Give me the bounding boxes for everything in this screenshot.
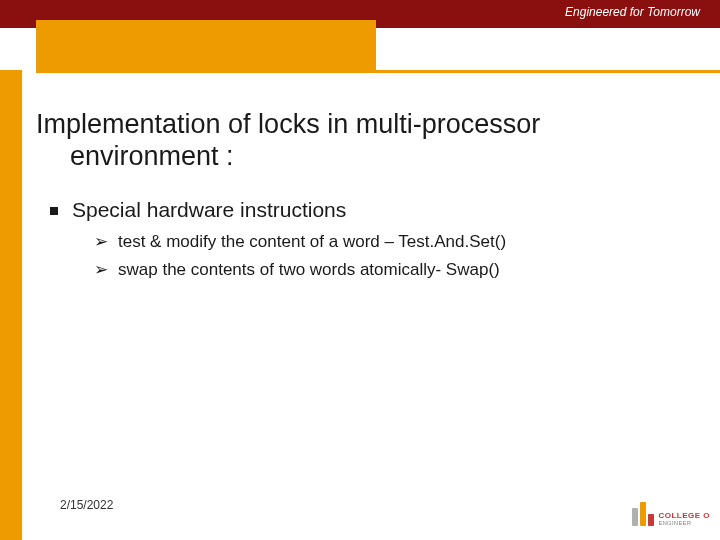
logo-mark-icon: [632, 502, 654, 526]
footer-logo: COLLEGE O ENGINEER: [632, 502, 710, 526]
footer-date: 2/15/2022: [60, 498, 113, 512]
accent-left-stripe: [0, 70, 22, 540]
sub-bullet-item: ➢ swap the contents of two words atomica…: [94, 258, 684, 282]
slide-body: Special hardware instructions ➢ test & m…: [50, 198, 684, 286]
arrow-bullet-icon: ➢: [94, 230, 108, 254]
square-bullet-icon: [50, 207, 58, 215]
sub-bullet-text: swap the contents of two words atomicall…: [118, 258, 500, 282]
accent-underline: [36, 70, 720, 73]
title-line-1: Implementation of locks in multi-process…: [36, 109, 540, 139]
logo-text-line-2: ENGINEER: [658, 520, 710, 526]
logo-text-line-1: COLLEGE O: [658, 512, 710, 520]
slide-title: Implementation of locks in multi-process…: [36, 108, 684, 173]
arrow-bullet-icon: ➢: [94, 258, 108, 282]
sub-bullet-list: ➢ test & modify the content of a word – …: [94, 230, 684, 282]
accent-block: [36, 20, 376, 70]
sub-bullet-item: ➢ test & modify the content of a word – …: [94, 230, 684, 254]
bullet-item: Special hardware instructions: [50, 198, 684, 222]
logo-text: COLLEGE O ENGINEER: [658, 512, 710, 526]
bullet-text: Special hardware instructions: [72, 198, 346, 222]
sub-bullet-text: test & modify the content of a word – Te…: [118, 230, 506, 254]
title-line-2: environment :: [36, 140, 684, 172]
header-tagline: Engineered for Tomorrow: [565, 5, 700, 19]
